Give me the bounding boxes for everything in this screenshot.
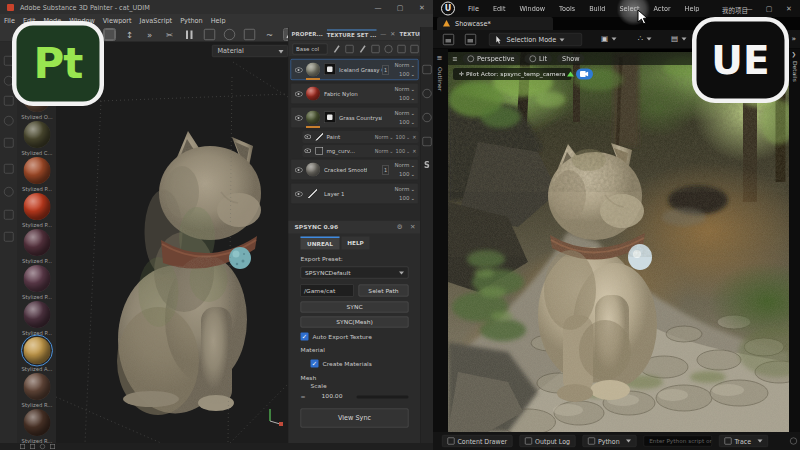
shelf-material[interactable]: Stylized P... — [21, 193, 53, 228]
panel-close-icon[interactable]: ✕ — [390, 30, 395, 37]
remove-icon[interactable]: ✕ — [412, 148, 416, 154]
save-icon[interactable] — [443, 34, 454, 45]
selection-mode-dropdown[interactable]: Selection Mode — [489, 33, 582, 46]
shelf-material[interactable]: Stylized R... — [21, 409, 53, 444]
sublayer-meta[interactable]: Norm100✕ — [373, 134, 417, 140]
shelf-view-icon[interactable] — [20, 444, 25, 449]
sp-menu-file[interactable]: File — [4, 17, 15, 25]
visibility-eye-icon[interactable] — [305, 135, 312, 140]
sync-mesh-button[interactable]: SYNC(Mesh) — [301, 317, 409, 328]
viewport-menu-icon[interactable]: ≡ — [452, 55, 457, 63]
shelf-material[interactable]: Stylized R... — [21, 373, 53, 408]
ue-menu-help[interactable]: Help — [685, 5, 700, 13]
remove-icon[interactable]: ✕ — [412, 134, 416, 140]
shelf-material[interactable]: Stylized P... — [21, 301, 53, 336]
ue-menu-build[interactable]: Build — [589, 5, 605, 13]
opacity-value[interactable]: 100 — [399, 95, 415, 102]
sp-menu-python[interactable]: Python — [180, 17, 203, 25]
sp-minimize-button[interactable]: — — [367, 0, 389, 14]
brush-icon[interactable] — [359, 45, 367, 53]
shelf-filter-icon[interactable] — [40, 444, 45, 449]
history-icon[interactable] — [423, 113, 432, 122]
shelf-material-selected[interactable]: Stylized A... — [21, 337, 53, 372]
stamp-icon[interactable] — [346, 45, 354, 53]
create-materials-checkbox[interactable]: ✓ — [311, 360, 319, 368]
layer-mask-thumb[interactable] — [324, 64, 336, 76]
sp-maximize-button[interactable]: ▢ — [389, 0, 411, 14]
export-icon[interactable] — [4, 164, 14, 174]
ue-menu-window[interactable]: Window — [519, 5, 545, 13]
expand-icon[interactable]: ❯ — [792, 51, 797, 58]
outliner-tab[interactable]: Outliner — [437, 67, 444, 91]
show-dropdown[interactable]: Show — [557, 54, 585, 64]
texture-set-icon[interactable] — [423, 137, 432, 146]
shelf-material[interactable]: Stylized C... — [21, 121, 53, 156]
sublayer-row[interactable]: Paint Norm100✕ — [303, 131, 419, 143]
transform-tool-icon[interactable] — [104, 29, 115, 40]
ue-close-button[interactable]: ✕ — [778, 0, 800, 14]
ue-menu-tools[interactable]: Tools — [559, 5, 575, 13]
pilot-camera-button[interactable] — [576, 69, 593, 80]
layer-mask-thumb[interactable] — [324, 112, 336, 124]
sp-close-button[interactable]: ✕ — [411, 0, 433, 14]
details-tab[interactable]: Details — [791, 61, 798, 82]
trace-dropdown[interactable]: Trace — [719, 435, 768, 447]
game-path-field[interactable]: /Game/cat — [301, 285, 354, 297]
visibility-eye-icon[interactable] — [295, 116, 303, 121]
channel-dropdown[interactable]: Base col — [293, 43, 328, 54]
tool-icon[interactable] — [4, 210, 14, 220]
cut-tool-icon[interactable]: ✂ — [164, 29, 175, 40]
opacity-value[interactable]: 100 — [399, 171, 415, 178]
add-actor-icon[interactable]: ▣ — [601, 34, 617, 43]
close-icon[interactable]: ✕ — [410, 224, 415, 231]
ue-maximize-button[interactable]: ▢ — [758, 0, 780, 14]
fill-icon[interactable] — [372, 45, 380, 53]
blend-mode[interactable]: Norm — [394, 110, 415, 117]
select-path-button[interactable]: Selet Path — [359, 285, 409, 297]
swap-tool-icon[interactable]: ↕ — [124, 29, 135, 40]
sp-menu-viewport[interactable]: Viewport — [103, 17, 132, 25]
viewport-display-mode-dropdown[interactable]: Material — [212, 45, 288, 57]
layer-row[interactable]: Fabric Nylon Norm 100 — [291, 83, 419, 104]
sync-button[interactable]: SYNC — [301, 302, 409, 313]
opacity-value[interactable]: 100 — [399, 195, 415, 202]
python-command-input[interactable]: Enter Python script or a filename — [644, 436, 712, 447]
notifications-bell-icon[interactable] — [790, 438, 797, 445]
tool-icon[interactable] — [4, 187, 14, 197]
opacity-value[interactable]: 100 — [399, 119, 415, 126]
blend-mode[interactable]: Norm — [394, 162, 415, 169]
import-icon[interactable] — [465, 34, 476, 45]
marquee-tool-icon[interactable] — [204, 29, 215, 40]
ue-menu-edit[interactable]: Edit — [493, 5, 506, 13]
sp-menu-help[interactable]: Help — [211, 17, 226, 25]
projection-tool-icon[interactable] — [224, 29, 235, 40]
pen-icon[interactable] — [333, 45, 341, 53]
layer-row[interactable]: Cracked Smooth Rock ... 1 Norm 100 — [291, 159, 419, 180]
perspective-dropdown[interactable]: Perspective — [462, 54, 519, 64]
pilot-up-icon[interactable] — [567, 72, 574, 77]
trash-icon[interactable] — [411, 45, 419, 53]
ue-minimize-button[interactable]: — — [738, 0, 760, 14]
visibility-eye-icon[interactable] — [295, 192, 303, 197]
blend-mode[interactable]: Norm — [394, 62, 415, 69]
smudge-tool-icon[interactable]: ~ — [264, 29, 275, 40]
tool-icon[interactable] — [4, 96, 14, 106]
tab-unreal[interactable]: UNREAL — [301, 237, 340, 250]
tab-texture-set[interactable]: TEXTURE SET ... — [327, 30, 377, 39]
smart-material-icon[interactable] — [385, 45, 393, 53]
sp-menu-javascript[interactable]: JavaScript — [140, 17, 173, 25]
python-dropdown[interactable]: Python — [582, 435, 636, 447]
tool-icon[interactable] — [4, 116, 14, 126]
layer-row[interactable]: Layer 1 Norm 100 — [291, 183, 419, 204]
tool-icon[interactable] — [4, 138, 14, 148]
layer-row[interactable]: Grass Countryside Norm 100 — [291, 107, 419, 128]
sublayer-row[interactable]: mg_curv... Norm100✕ — [303, 145, 419, 157]
blend-mode[interactable]: Norm — [394, 186, 415, 193]
view-sync-button[interactable]: View Sync — [301, 409, 409, 428]
blend-mode[interactable]: Norm — [394, 86, 415, 93]
visibility-eye-icon[interactable] — [295, 168, 303, 173]
blueprints-icon[interactable]: ∴ — [638, 34, 651, 43]
shelf-material[interactable]: Stylized P... — [21, 229, 53, 264]
ue-menu-file[interactable]: File — [468, 5, 479, 13]
substance-share-icon[interactable]: S — [423, 161, 432, 170]
